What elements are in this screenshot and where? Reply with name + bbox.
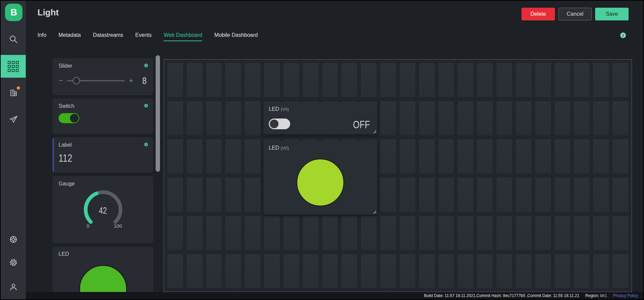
tab-web-dashboard[interactable]: Web Dashboard xyxy=(164,29,202,41)
grid-cell xyxy=(245,254,260,288)
info-icon[interactable]: i xyxy=(620,32,626,38)
save-button[interactable]: Save xyxy=(595,8,629,20)
switch-state-value: OFF xyxy=(348,119,370,131)
label-value: 112 xyxy=(59,152,147,164)
grid-cell xyxy=(574,63,589,97)
grid-cell xyxy=(593,101,609,135)
led-indicator xyxy=(297,159,344,206)
tab-metadata[interactable]: Metadata xyxy=(59,29,81,41)
grid-cell xyxy=(341,63,357,97)
grid-cell xyxy=(400,139,415,173)
label-accent-stripe xyxy=(53,137,54,173)
grid-cell xyxy=(245,101,260,135)
grid-cell xyxy=(477,216,493,250)
canvas-widget-led-switch[interactable]: LED (V0) OFF xyxy=(263,102,377,134)
grid-cell xyxy=(477,63,493,97)
search-icon[interactable] xyxy=(1,35,26,44)
gauge-value: 42 xyxy=(78,206,128,216)
grid-cell xyxy=(303,216,319,250)
main-area: Light Delete Cancel Save Info Metadata D… xyxy=(26,1,643,299)
grid-cell xyxy=(167,101,183,135)
grid-cell xyxy=(187,101,203,135)
grid-cell xyxy=(574,216,589,250)
grid-cell xyxy=(206,177,222,212)
settings-gear-icon[interactable] xyxy=(1,258,26,267)
palette-widget-label[interactable]: Label i 112 xyxy=(53,137,153,173)
cancel-button[interactable]: Cancel xyxy=(558,8,592,20)
grid-cell xyxy=(303,254,319,288)
app-logo[interactable]: B xyxy=(5,4,22,21)
grid-cell xyxy=(516,216,532,250)
apps-grid-icon xyxy=(8,61,19,72)
grid-cell xyxy=(225,63,241,97)
grid-cell xyxy=(245,216,260,250)
palette-widget-slider[interactable]: Slider i − + 8 xyxy=(53,58,153,95)
panel-scrollbar-thumb[interactable] xyxy=(156,55,160,172)
canvas-grid xyxy=(167,63,628,288)
palette-widget-gauge[interactable]: Gauge 42 0 100 xyxy=(53,176,153,243)
grid-cell xyxy=(264,216,280,250)
grid-cell xyxy=(322,63,338,97)
grid-cell xyxy=(477,101,493,135)
resize-handle[interactable] xyxy=(373,130,376,133)
widget-title: LED xyxy=(59,251,147,257)
canvas-widget-led[interactable]: LED (V0) xyxy=(263,141,377,215)
grid-cell xyxy=(419,63,435,97)
info-dot-icon[interactable]: i xyxy=(144,64,148,67)
slider-plus-button[interactable]: + xyxy=(129,77,133,84)
switch-toggle-on[interactable] xyxy=(59,113,79,123)
info-dot-icon[interactable]: i xyxy=(144,143,148,146)
grid-cell xyxy=(284,63,299,97)
tab-datastreams[interactable]: Datastreams xyxy=(93,29,123,41)
grid-cell xyxy=(555,177,570,212)
grid-cell xyxy=(535,139,551,173)
grid-cell xyxy=(400,216,415,250)
grid-cell xyxy=(555,254,570,288)
grid-cell xyxy=(419,101,435,135)
grid-cell xyxy=(496,254,512,288)
grid-cell xyxy=(516,101,532,135)
led-switch-toggle-off[interactable] xyxy=(269,119,290,129)
app-window: B xyxy=(0,0,644,300)
grid-cell xyxy=(555,139,570,173)
grid-cell xyxy=(438,177,454,212)
grid-cell xyxy=(535,63,551,97)
grid-cell xyxy=(322,216,338,250)
grid-cell xyxy=(574,139,589,173)
grid-cell xyxy=(555,101,570,135)
account-person-icon[interactable] xyxy=(1,283,26,291)
tab-events[interactable]: Events xyxy=(135,29,152,41)
grid-cell xyxy=(458,177,473,212)
header-actions: Delete Cancel Save xyxy=(521,8,629,20)
delete-button[interactable]: Delete xyxy=(521,8,555,20)
privacy-policy-link[interactable]: Privacy Policy xyxy=(613,293,638,298)
slider-minus-button[interactable]: − xyxy=(59,77,63,84)
grid-cell xyxy=(187,177,203,212)
palette-widget-switch[interactable]: Switch i xyxy=(53,98,153,134)
grid-cell xyxy=(380,101,396,135)
transfer-send-icon[interactable] xyxy=(1,114,26,124)
grid-cell xyxy=(574,177,589,212)
grid-cell xyxy=(438,254,454,288)
grid-cell xyxy=(284,216,299,250)
info-dot-icon[interactable]: i xyxy=(144,104,148,107)
sidebar-item-apps[interactable] xyxy=(1,55,26,78)
grid-cell xyxy=(438,216,454,250)
tab-info[interactable]: Info xyxy=(37,29,47,41)
palette-widget-led[interactable]: LED xyxy=(53,246,153,293)
region-info: Region: blr1 xyxy=(585,293,607,298)
tab-mobile-dashboard[interactable]: Mobile Dashboard xyxy=(214,29,258,41)
grid-cell xyxy=(613,177,628,212)
grid-cell xyxy=(458,139,473,173)
support-help-icon[interactable] xyxy=(1,235,26,244)
slider-track[interactable] xyxy=(67,77,125,84)
grid-cell xyxy=(380,216,396,250)
gauge-max-label: 100 xyxy=(113,223,122,229)
grid-cell xyxy=(361,63,377,97)
grid-cell xyxy=(245,177,260,212)
build-info: Build Date: 11:57 18.11.2021,Commit Hash… xyxy=(424,293,579,298)
slider-knob[interactable] xyxy=(73,77,80,84)
organizations-icon[interactable] xyxy=(1,88,26,99)
resize-handle[interactable] xyxy=(373,211,376,213)
grid-cell xyxy=(458,63,473,97)
